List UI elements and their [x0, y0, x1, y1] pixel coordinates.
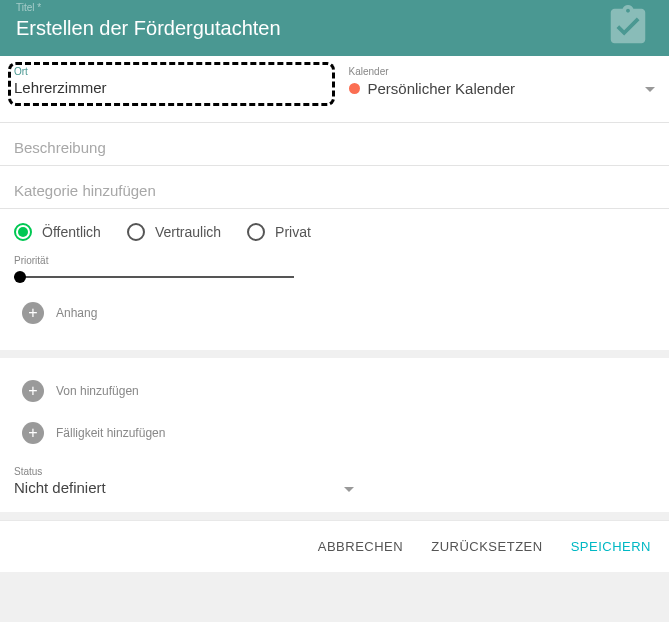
slider-thumb[interactable]: [14, 271, 26, 283]
radio-private[interactable]: Privat: [247, 223, 311, 241]
priority-block: Priorität: [0, 253, 669, 288]
dialog-footer: ABBRECHEN ZURÜCKSETZEN SPEICHERN: [0, 520, 669, 572]
status-label: Status: [14, 466, 655, 477]
dialog: Titel * Erstellen der Fördergutachten Or…: [0, 0, 669, 572]
status-value: Nicht definiert: [14, 477, 106, 498]
dropdown-caret-icon[interactable]: [344, 479, 354, 497]
add-von-row[interactable]: + Von hinzufügen: [0, 366, 669, 416]
radio-icon: [14, 223, 32, 241]
radio-icon: [247, 223, 265, 241]
priority-slider[interactable]: [14, 276, 655, 278]
visibility-radios: Öffentlich Vertraulich Privat: [0, 209, 669, 253]
attachment-label: Anhang: [56, 306, 97, 320]
slider-track: [14, 276, 294, 278]
radio-public[interactable]: Öffentlich: [14, 223, 101, 241]
calendar-color-dot: [349, 83, 360, 94]
radio-confidential[interactable]: Vertraulich: [127, 223, 221, 241]
beschreibung-placeholder: Beschreibung: [14, 139, 106, 156]
main-section: Ort Kalender Persönlicher Kalender Besch…: [0, 56, 669, 350]
von-label: Von hinzufügen: [56, 384, 139, 398]
ort-field[interactable]: Ort: [0, 56, 335, 100]
ort-label: Ort: [14, 66, 321, 77]
add-faelligkeit-row[interactable]: + Fälligkeit hinzufügen: [0, 416, 669, 458]
kalender-value: Persönlicher Kalender: [368, 80, 638, 97]
plus-icon: +: [22, 380, 44, 402]
reset-button[interactable]: ZURÜCKSETZEN: [431, 539, 542, 554]
secondary-section: + Von hinzufügen + Fälligkeit hinzufügen…: [0, 358, 669, 512]
dialog-header: Titel * Erstellen der Fördergutachten: [0, 0, 669, 56]
plus-icon: +: [22, 302, 44, 324]
add-attachment-row[interactable]: + Anhang: [0, 288, 669, 338]
status-field[interactable]: Status Nicht definiert: [0, 458, 669, 498]
radio-public-label: Öffentlich: [42, 224, 101, 240]
priority-label: Priorität: [14, 255, 655, 266]
radio-private-label: Privat: [275, 224, 311, 240]
kalender-label: Kalender: [349, 66, 656, 77]
radio-confidential-label: Vertraulich: [155, 224, 221, 240]
beschreibung-field[interactable]: Beschreibung: [0, 123, 669, 165]
kategorie-placeholder: Kategorie hinzufügen: [14, 182, 156, 199]
kalender-field[interactable]: Kalender Persönlicher Kalender: [335, 56, 670, 100]
dropdown-caret-icon[interactable]: [645, 79, 655, 97]
save-button[interactable]: SPEICHERN: [571, 539, 651, 554]
cancel-button[interactable]: ABBRECHEN: [318, 539, 403, 554]
plus-icon: +: [22, 422, 44, 444]
clipboard-icon: [605, 3, 651, 53]
kategorie-field[interactable]: Kategorie hinzufügen: [0, 166, 669, 208]
faelligkeit-label: Fälligkeit hinzufügen: [56, 426, 165, 440]
ort-input[interactable]: [14, 77, 321, 100]
title-field-label: Titel *: [16, 2, 41, 13]
title-value[interactable]: Erstellen der Fördergutachten: [16, 0, 653, 56]
radio-icon: [127, 223, 145, 241]
